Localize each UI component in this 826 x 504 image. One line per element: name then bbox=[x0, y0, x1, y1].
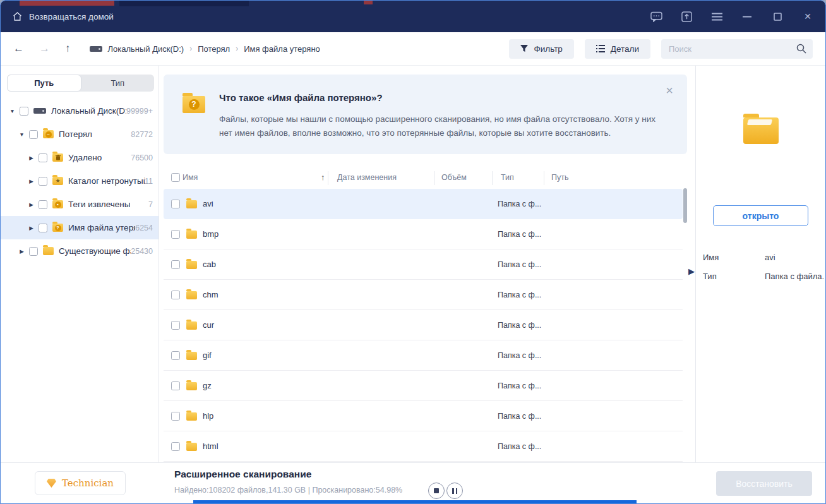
row-checkbox[interactable] bbox=[171, 381, 180, 390]
tree-expand-arrow-icon[interactable]: ▶ bbox=[18, 248, 26, 255]
breadcrumb-item-lost[interactable]: Потерял bbox=[198, 44, 230, 54]
tree-item[interactable]: ▶Существующие фа...25430 bbox=[1, 239, 159, 263]
back-arrow-icon[interactable]: ← bbox=[13, 42, 24, 55]
table-row[interactable]: bmpПапка с ф... bbox=[164, 219, 683, 249]
table-row[interactable]: cabПапка с ф... bbox=[164, 249, 683, 280]
breadcrumb-item-disk[interactable]: Локальный Диск(D:) bbox=[108, 44, 184, 54]
column-header-1[interactable]: Дата изменения bbox=[337, 173, 397, 182]
table-row[interactable]: htmlПапка с ф... bbox=[164, 431, 683, 462]
row-checkbox[interactable] bbox=[171, 442, 180, 451]
file-type: Папка с ф... bbox=[498, 200, 541, 208]
maximize-icon[interactable] bbox=[771, 10, 784, 23]
column-header-4[interactable]: Путь bbox=[551, 173, 568, 182]
folder-tree: ▼Локальный Диск(D:)99999+▼–Потерял82772▶… bbox=[1, 99, 159, 263]
tree-checkbox[interactable] bbox=[29, 130, 38, 139]
column-header-name[interactable]: Имя bbox=[183, 173, 198, 182]
upgrade-icon[interactable] bbox=[680, 10, 693, 23]
prop-value: Папка с файла.. bbox=[765, 272, 823, 281]
banner-close-icon[interactable]: × bbox=[666, 83, 673, 98]
up-arrow-icon[interactable]: ↑ bbox=[65, 42, 71, 55]
gem-icon bbox=[47, 479, 56, 488]
sort-ascending-icon[interactable]: ↑ bbox=[321, 172, 325, 182]
table-row[interactable]: chmПапка с ф... bbox=[164, 280, 683, 310]
tree-checkbox[interactable] bbox=[39, 153, 47, 162]
breadcrumb-separator: › bbox=[189, 44, 192, 53]
tab-path[interactable]: Путь bbox=[7, 75, 81, 92]
disk-icon bbox=[33, 108, 46, 114]
back-home-button[interactable]: Возвращаться домой bbox=[12, 11, 114, 21]
file-type: Папка с ф... bbox=[498, 351, 541, 360]
folder-icon bbox=[186, 231, 197, 239]
stop-scan-button[interactable] bbox=[428, 483, 445, 499]
tree-item-count: 11 bbox=[145, 177, 159, 186]
breadcrumb-item-filename-lost[interactable]: Имя файла утеряно bbox=[244, 44, 320, 54]
details-button[interactable]: Детали bbox=[585, 39, 650, 59]
table-row[interactable]: gifПапка с ф... bbox=[164, 340, 683, 371]
tree-item-count: 76500 bbox=[131, 153, 159, 162]
filter-label: Фильтр bbox=[534, 44, 562, 54]
tree-expand-arrow-icon[interactable]: ▼ bbox=[8, 108, 16, 114]
file-type: Папка с ф... bbox=[498, 412, 541, 421]
row-checkbox[interactable] bbox=[171, 291, 180, 299]
tree-item-label: Каталог нетронутый bbox=[68, 176, 145, 186]
panel-collapse-arrow-icon[interactable]: ▶ bbox=[688, 267, 695, 276]
open-button[interactable]: открыто bbox=[713, 205, 808, 226]
table-row[interactable]: curПапка с ф... bbox=[164, 310, 683, 340]
tree-expand-arrow-icon[interactable]: ▶ bbox=[27, 201, 35, 208]
folder-icon bbox=[186, 382, 197, 390]
menu-icon[interactable] bbox=[710, 10, 723, 23]
row-checkbox[interactable] bbox=[171, 200, 180, 208]
table-row[interactable]: aviПапка с ф... bbox=[164, 189, 683, 219]
tree-expand-arrow-icon[interactable]: ▶ bbox=[27, 178, 35, 184]
row-checkbox[interactable] bbox=[171, 260, 180, 269]
folder-question-icon: ? bbox=[52, 224, 63, 232]
tree-item[interactable]: ▼Локальный Диск(D:)99999+ bbox=[1, 99, 159, 123]
license-button[interactable]: Technician bbox=[35, 471, 126, 495]
preview-panel: открыто Имя avi Тип Папка с файла.. bbox=[695, 66, 826, 464]
row-checkbox[interactable] bbox=[171, 412, 180, 421]
pause-scan-button[interactable] bbox=[446, 483, 463, 499]
column-header-3[interactable]: Тип bbox=[501, 173, 514, 182]
tab-type[interactable]: Тип bbox=[81, 75, 155, 92]
feedback-bubble-icon[interactable] bbox=[650, 10, 662, 23]
filter-button[interactable]: Фильтр bbox=[509, 39, 573, 59]
table-scrollbar-thumb[interactable] bbox=[683, 188, 687, 223]
tree-item[interactable]: ▶•Теги извлечены7 bbox=[1, 193, 159, 216]
tree-expand-arrow-icon[interactable]: ▶ bbox=[27, 225, 35, 231]
tree-checkbox[interactable] bbox=[39, 200, 47, 209]
row-checkbox[interactable] bbox=[171, 351, 180, 360]
tree-checkbox[interactable] bbox=[39, 224, 47, 232]
tree-item-count: 6254 bbox=[135, 224, 159, 232]
tree-item[interactable]: ▶★Каталог нетронутый11 bbox=[1, 169, 159, 193]
license-label: Technician bbox=[62, 477, 114, 489]
file-name: cur bbox=[203, 320, 214, 330]
tree-expand-arrow-icon[interactable]: ▶ bbox=[27, 155, 35, 161]
column-header-2[interactable]: Объём bbox=[441, 173, 467, 182]
folder-icon bbox=[186, 261, 197, 269]
tree-item[interactable]: ▼–Потерял82772 bbox=[1, 123, 159, 146]
app-window: Возвращаться домой × ← → ↑ bbox=[0, 0, 826, 504]
scan-title: Расширенное сканирование bbox=[174, 469, 311, 480]
close-icon[interactable]: × bbox=[801, 10, 814, 23]
table-row[interactable]: hlpПапка с ф... bbox=[164, 401, 683, 431]
tree-checkbox[interactable] bbox=[20, 107, 28, 116]
recover-button[interactable]: Восстановить bbox=[716, 471, 812, 496]
search-input[interactable] bbox=[661, 39, 813, 59]
tree-item[interactable]: ▶?Имя файла утеряно6254 bbox=[1, 216, 159, 239]
table-row[interactable]: gzПапка с ф... bbox=[164, 371, 683, 401]
tree-item-label: Локальный Диск(D:) bbox=[51, 106, 126, 116]
file-type: Папка с ф... bbox=[498, 291, 541, 299]
back-home-label: Возвращаться домой bbox=[29, 12, 114, 21]
tree-checkbox[interactable] bbox=[39, 177, 47, 186]
tree-checkbox[interactable] bbox=[29, 247, 38, 256]
tree-item[interactable]: ▶Удалено76500 bbox=[1, 146, 159, 169]
row-checkbox[interactable] bbox=[171, 321, 180, 330]
minimize-icon[interactable] bbox=[741, 10, 753, 23]
row-checkbox[interactable] bbox=[171, 230, 180, 239]
select-all-checkbox[interactable] bbox=[171, 173, 180, 182]
file-type: Папка с ф... bbox=[498, 321, 541, 330]
search-icon[interactable] bbox=[796, 44, 806, 56]
home-icon bbox=[12, 11, 23, 21]
forward-arrow-icon[interactable]: → bbox=[39, 42, 50, 55]
tree-expand-arrow-icon[interactable]: ▼ bbox=[18, 131, 26, 138]
